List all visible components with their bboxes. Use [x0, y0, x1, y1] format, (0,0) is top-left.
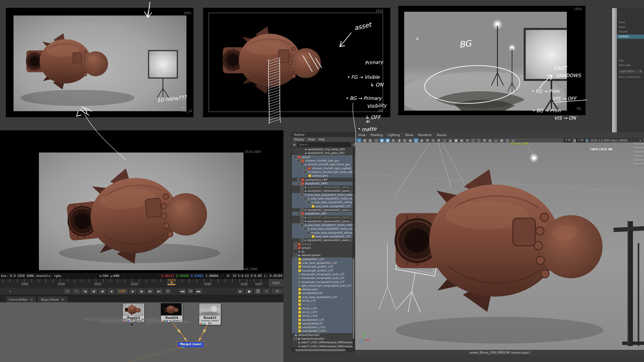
nuke-node-graph[interactable]: Read13 (scene_linear) ▼ Read14 (scene_li…: [0, 302, 283, 362]
outliner-item[interactable]: ◆spotlight001_lens_glass_GEO: [292, 151, 355, 155]
outliner-item[interactable]: +group4: [292, 242, 355, 246]
outliner-item[interactable]: −◆chimera_10x30ft_light_frame_geo: [292, 163, 355, 166]
node-merge1[interactable]: Merge1 (over) ‹ ›: [178, 342, 204, 348]
delete-icon[interactable]: ✖: [482, 138, 487, 143]
outliner-item[interactable]: spotlight001_LGT: [292, 257, 355, 261]
outliner-item[interactable]: prop_base_skylight002_LGT: [292, 204, 355, 208]
field-chart-icon[interactable]: ⊠: [391, 138, 396, 143]
expand-icon[interactable]: +: [294, 246, 297, 249]
expand-icon[interactable]: +: [294, 243, 297, 246]
attribute-row[interactable]: Visibility: [617, 35, 644, 39]
expand-icon[interactable]: +: [304, 167, 307, 170]
gate-mask-icon[interactable]: ▣: [385, 138, 390, 143]
out-point-button[interactable]: O: [164, 288, 172, 294]
outliner-item[interactable]: ◆astp77_LOD1_GRP|mainpod_GRP|mainpod_bod…: [292, 344, 355, 348]
outliner-item[interactable]: spotlight002LGT: [292, 291, 355, 295]
loop-mode-button[interactable]: ↻: [64, 288, 71, 294]
in-point-button[interactable]: I: [72, 288, 80, 294]
outliner-item[interactable]: −◆prop_base_skylight001_diffuser_textile…: [292, 231, 355, 235]
refresh-icon[interactable]: ⟳: [465, 138, 470, 143]
menu-show[interactable]: Show: [308, 138, 315, 141]
textured-icon[interactable]: ◆: [419, 138, 424, 143]
ao-icon[interactable]: ◇: [442, 138, 447, 143]
lighting-icon[interactable]: ●: [408, 138, 413, 143]
outliner-item[interactable]: aiAreaLight1: [292, 174, 355, 178]
outliner-item[interactable]: ◆cly: [292, 250, 355, 253]
joint-icon[interactable]: ▽: [476, 138, 481, 143]
outliner-item[interactable]: prop_base_skylight001_LGT: [292, 235, 355, 238]
frame-step-field[interactable]: 10: [187, 288, 194, 294]
panel-menu-panels[interactable]: Panels: [437, 133, 447, 137]
outliner-item[interactable]: −●topoSymmetrySet: [292, 337, 355, 341]
gate-icon[interactable]: ◧: [368, 138, 373, 143]
outliner-vscrollbar[interactable]: [353, 148, 355, 347]
contrast-icon[interactable]: ◑: [573, 139, 576, 142]
shaded-icon[interactable]: ◎: [414, 138, 419, 143]
outliner-item[interactable]: ✳houseLight_hanging002_bulb_LGT: [292, 276, 355, 280]
outliner-item[interactable]: −skylight001_GRP: [292, 212, 355, 216]
outliner-item[interactable]: −◆prop_base_skylight001_hooks_textile_GE…: [292, 227, 355, 231]
outliner-item[interactable]: spotlight001_LGT2: [292, 325, 355, 329]
outliner-item[interactable]: +◆skylight001_lightstand001_plastic_GEO: [292, 185, 355, 189]
collapse-icon[interactable]: −: [301, 163, 304, 166]
collapse-icon[interactable]: −: [294, 156, 297, 159]
panel-scroll-strip[interactable]: [612, 8, 617, 134]
film-gate-icon[interactable]: ◫: [374, 138, 379, 143]
expand-icon[interactable]: +: [301, 189, 304, 192]
outliner-item[interactable]: Arri2k_LGT2: [292, 306, 355, 310]
outliner-item[interactable]: −◆prop_base_skylight001_frame_metal_GEO: [292, 193, 355, 197]
collapse-icon[interactable]: −: [297, 159, 300, 162]
expand-icon[interactable]: +: [297, 178, 300, 181]
play-backward-button[interactable]: ◀: [107, 288, 115, 294]
isolate-icon[interactable]: ■: [453, 138, 459, 143]
menu-help[interactable]: Help: [319, 138, 325, 141]
chevron-down-icon[interactable]: ▾: [352, 143, 354, 146]
outliner-item[interactable]: spotlight005_LGT: [292, 318, 355, 321]
node-read14[interactable]: Read14 (scene_linear): [161, 303, 183, 322]
expand-icon[interactable]: +: [301, 216, 304, 219]
safe-title-icon[interactable]: ⊞: [402, 138, 407, 143]
outliner-item[interactable]: +◆skylight001_lightstand002_plastic_GEO: [292, 189, 355, 193]
outliner-item[interactable]: +◆skylight001_lightstand002_plastic_GEO1: [292, 238, 355, 242]
outliner-item[interactable]: −group7: [292, 155, 355, 159]
outliner-item[interactable]: −skylight001_GRP1: [292, 182, 355, 185]
outliner-item[interactable]: +chimera_10x30ft_light_scaffold_grp: [292, 166, 355, 170]
menu-display[interactable]: Display: [294, 138, 304, 141]
collapse-icon[interactable]: −: [304, 197, 307, 200]
exposure-icon[interactable]: ◐: [488, 138, 493, 143]
timeline-options-caret[interactable]: ▾: [9, 290, 11, 293]
stop-button[interactable]: ■: [245, 288, 253, 294]
play-button[interactable]: ▶: [129, 288, 137, 294]
gamma-field[interactable]: 1.00: [576, 138, 585, 142]
outliner-item[interactable]: −◆prop_base_skylight001_frame_metal_GEO: [292, 223, 355, 227]
goto-start-button[interactable]: |◀: [81, 288, 89, 294]
outliner-item[interactable]: +◆skylight001_lightstand002_plastic_GEO: [292, 220, 355, 223]
frame-decrement-button[interactable]: ◀◀: [178, 288, 186, 294]
step-back-button[interactable]: ◀|: [99, 288, 106, 294]
collapse-icon[interactable]: −: [301, 224, 304, 227]
filter-icon[interactable]: ▣: [293, 143, 296, 146]
panel-menu-lighting[interactable]: Lighting: [388, 133, 400, 137]
collapse-icon[interactable]: −: [294, 337, 297, 340]
grid-icon[interactable]: ▦: [362, 138, 367, 143]
tab-curve-editor[interactable]: Curve Editor ×: [5, 296, 37, 303]
outliner-item[interactable]: Arri1k_LGT: [292, 303, 355, 306]
outliner-item[interactable]: houseLight_grid002_LGT: [292, 269, 355, 273]
xray-icon[interactable]: ◉: [459, 138, 464, 143]
plane-icon[interactable]: □: [471, 138, 476, 143]
nuke-viewer[interactable]: 1920,1080 HD_1080: [0, 130, 283, 273]
playhead[interactable]: 1025 ▼: [167, 279, 177, 287]
res-gate-icon[interactable]: ▣: [379, 138, 384, 143]
panel-menu-shading[interactable]: Shading: [370, 133, 383, 137]
close-icon[interactable]: ×: [30, 298, 33, 301]
outliner-item[interactable]: −chimera_10x30ft_light_grp: [292, 159, 355, 163]
outliner-item[interactable]: +spotlight003_GRP: [292, 178, 355, 181]
collapse-icon[interactable]: −: [304, 227, 307, 230]
expand-icon[interactable]: +: [301, 186, 304, 189]
outliner-item[interactable]: Arri2k_LGT3: [292, 310, 355, 314]
tab-dope-sheet[interactable]: Dope Sheet ×: [38, 296, 68, 303]
collapse-icon[interactable]: −: [307, 201, 310, 204]
outliner-item[interactable]: −◆prop_base_skylight001_diffuser_textile…: [292, 200, 355, 204]
outliner-item[interactable]: +◆skylight001_lightstand001_plastic_GEO: [292, 216, 355, 219]
node-read12[interactable]: Read12 (scene_linear) BG: [199, 303, 221, 325]
